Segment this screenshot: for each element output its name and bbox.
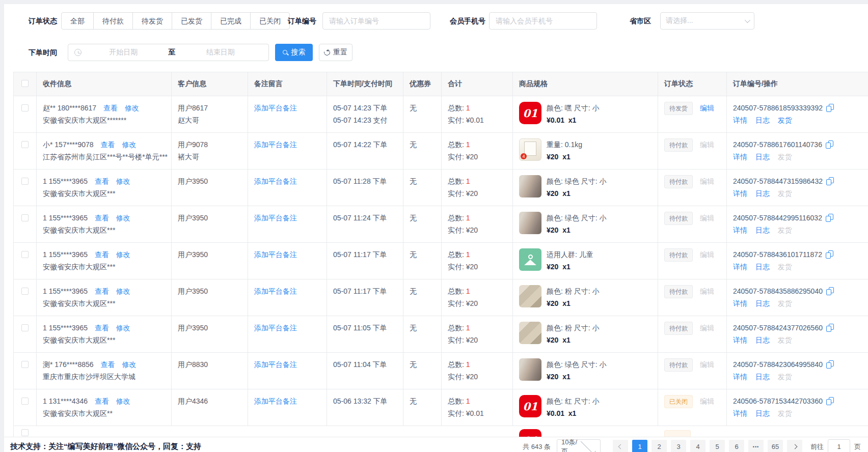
add-note-link[interactable]: 添加平台备注 [254,360,297,369]
row-checkbox[interactable] [21,398,29,405]
log-link[interactable]: 日志 [755,153,770,161]
modify-link[interactable]: 修改 [116,287,130,295]
detail-link[interactable]: 详情 [733,116,747,124]
copy-icon[interactable] [826,177,834,185]
modify-link[interactable]: 修改 [116,250,130,259]
row-checkbox[interactable] [21,104,29,111]
modify-link[interactable]: 修改 [125,104,139,112]
edit-link[interactable]: 编辑 [700,250,714,259]
detail-link[interactable]: 详情 [733,373,747,381]
view-link[interactable]: 查看 [95,397,109,405]
copy-icon[interactable] [826,324,834,332]
ship-link[interactable]: 发货 [778,116,792,124]
add-note-link[interactable]: 添加平台备注 [254,397,297,405]
tab-all[interactable]: 全部 [61,12,94,30]
log-link[interactable]: 日志 [755,226,770,234]
modify-link[interactable]: 修改 [122,360,136,369]
modify-link[interactable]: 修改 [116,214,130,222]
view-link[interactable]: 查看 [95,324,109,332]
view-link[interactable]: 查看 [95,214,109,222]
log-link[interactable]: 日志 [755,189,770,197]
modify-link[interactable]: 修改 [122,140,136,149]
page-button-3[interactable]: 3 [671,440,686,452]
row-checkbox[interactable] [21,141,29,148]
copy-icon[interactable] [826,214,833,222]
select-all-checkbox[interactable] [21,80,29,87]
edit-link[interactable]: 编辑 [700,214,714,222]
add-note-link[interactable]: 添加平台备注 [254,324,297,332]
detail-link[interactable]: 详情 [733,226,747,234]
log-link[interactable]: 日志 [755,263,770,271]
detail-link[interactable]: 详情 [733,409,747,417]
ship-link[interactable]: 发货 [778,263,792,271]
tab-pending-payment[interactable]: 待付款 [93,12,133,30]
edit-link[interactable]: 编辑 [700,140,714,149]
add-note-link[interactable]: 添加平台备注 [254,250,297,259]
edit-link[interactable]: 编辑 [700,104,714,112]
copy-icon[interactable] [826,250,833,259]
add-note-link[interactable]: 添加平台备注 [254,287,297,295]
add-note-link[interactable]: 添加平台备注 [254,177,297,185]
page-button-1[interactable]: 1 [632,440,647,452]
copy-icon[interactable] [826,140,833,149]
modify-link[interactable]: 修改 [116,177,130,185]
page-button-4[interactable]: 4 [690,440,706,452]
ship-link[interactable]: 发货 [778,153,792,161]
next-page-button[interactable] [787,440,802,452]
region-select[interactable]: 请选择... [660,12,754,30]
page-button-5[interactable]: 5 [710,440,725,452]
add-note-link[interactable]: 添加平台备注 [254,214,297,222]
copy-icon[interactable] [826,104,834,112]
view-link[interactable]: 查看 [103,104,118,112]
row-checkbox[interactable] [21,178,29,185]
copy-icon[interactable] [826,287,834,295]
edit-link[interactable]: 编辑 [700,177,714,185]
page-button-6[interactable]: 6 [729,440,744,452]
detail-link[interactable]: 详情 [733,299,747,307]
log-link[interactable]: 日志 [755,299,770,307]
view-link[interactable]: 查看 [101,140,115,149]
copy-icon[interactable] [826,397,834,405]
date-range-picker[interactable]: 开始日期 至 结束日期 [68,44,269,61]
modify-link[interactable]: 修改 [116,324,130,332]
reset-button[interactable]: 重置 [319,44,352,61]
row-checkbox[interactable] [21,214,29,221]
page-size-select[interactable]: 10条/页 [557,439,601,452]
ship-link[interactable]: 发货 [778,336,792,344]
member-phone-input[interactable] [490,13,596,29]
view-link[interactable]: 查看 [95,177,109,185]
order-no-input[interactable] [323,13,430,29]
detail-link[interactable]: 详情 [733,263,747,271]
ship-link[interactable]: 发货 [778,373,792,381]
edit-link[interactable]: 编辑 [700,324,714,332]
more-pages-button[interactable]: ••• [748,440,764,452]
search-button[interactable]: 搜索 [275,44,313,61]
add-note-link[interactable]: 添加平台备注 [254,140,297,149]
page-button-65[interactable]: 65 [768,440,783,452]
row-checkbox[interactable] [21,288,29,295]
log-link[interactable]: 日志 [755,373,770,381]
page-button-2[interactable]: 2 [652,440,667,452]
row-checkbox[interactable] [21,429,29,436]
ship-link[interactable]: 发货 [778,409,792,417]
ship-link[interactable]: 发货 [778,189,792,197]
row-checkbox[interactable] [21,251,29,258]
ship-link[interactable]: 发货 [778,226,792,234]
edit-link[interactable]: 编辑 [700,397,714,405]
log-link[interactable]: 日志 [755,116,770,124]
log-link[interactable]: 日志 [755,409,770,417]
add-note-link[interactable]: 添加平台备注 [254,104,297,112]
row-checkbox[interactable] [21,361,29,368]
detail-link[interactable]: 详情 [733,189,747,197]
edit-link[interactable]: 编辑 [700,360,714,369]
prev-page-button[interactable] [613,440,628,452]
row-checkbox[interactable] [21,324,29,331]
goto-page-input[interactable] [828,439,850,452]
view-link[interactable]: 查看 [101,360,115,369]
modify-link[interactable]: 修改 [116,397,130,405]
tab-completed[interactable]: 已完成 [211,12,251,30]
detail-link[interactable]: 详情 [733,336,747,344]
tab-pending-shipment[interactable]: 待发货 [132,12,172,30]
tab-shipped[interactable]: 已发货 [172,12,211,30]
tab-closed[interactable]: 已关闭 [250,12,290,30]
